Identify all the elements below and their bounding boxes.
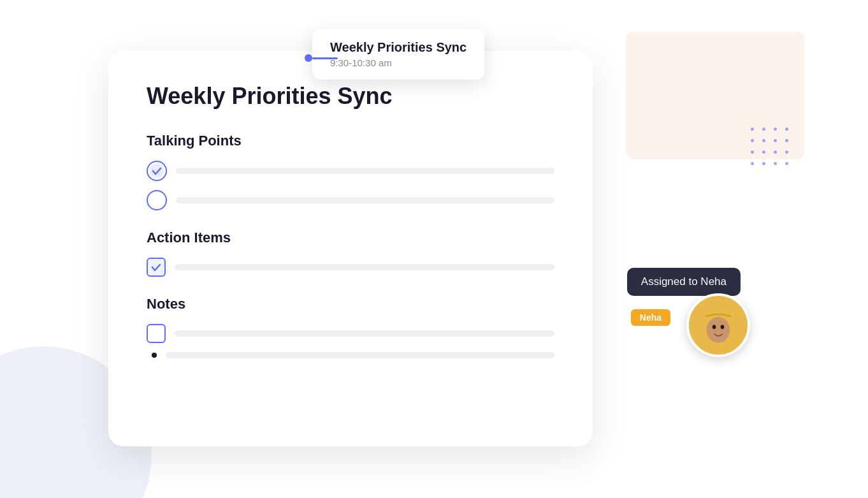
- notes-line-1: [175, 330, 554, 337]
- talking-point-line-2: [176, 197, 554, 203]
- talking-points-section: Talking Points: [147, 133, 554, 210]
- assigned-tooltip: Assigned to Neha: [627, 268, 741, 296]
- talking-point-item-1: [147, 161, 554, 181]
- timeline-line: [312, 57, 338, 59]
- neha-avatar: [686, 293, 750, 357]
- neha-badge: Neha: [631, 309, 670, 326]
- calendar-tooltip-time: 9:30-10:30 am: [330, 57, 467, 68]
- notes-heading: Notes: [147, 296, 554, 312]
- scene: Weekly Priorities Sync 9:30-10:30 am Wee…: [0, 0, 868, 498]
- calendar-tooltip: Weekly Priorities Sync 9:30-10:30 am: [312, 29, 484, 80]
- bullet-icon: [152, 353, 157, 358]
- action-items-section: Action Items: [147, 230, 554, 277]
- talking-point-item-2: [147, 190, 554, 210]
- unchecked-circle-icon[interactable]: [147, 190, 167, 210]
- notes-line-2: [166, 352, 554, 358]
- calendar-tooltip-title: Weekly Priorities Sync: [330, 40, 467, 55]
- action-item-1: [147, 258, 554, 277]
- action-items-heading: Action Items: [147, 230, 554, 246]
- notes-item-1: [147, 324, 554, 343]
- checked-circle-icon[interactable]: [147, 161, 167, 181]
- talking-points-heading: Talking Points: [147, 133, 554, 149]
- notes-section: Notes: [147, 296, 554, 358]
- svg-point-2: [147, 191, 166, 210]
- svg-point-7: [721, 325, 725, 329]
- talking-point-line-1: [176, 168, 554, 174]
- checked-square-icon[interactable]: [147, 258, 166, 277]
- main-card-title: Weekly Priorities Sync: [147, 83, 554, 110]
- notes-bullet-row: [152, 352, 554, 358]
- timeline-dot: [305, 54, 312, 62]
- main-card: Weekly Priorities Sync Talking Points: [108, 51, 593, 446]
- svg-point-6: [712, 325, 716, 329]
- square-outline-icon[interactable]: [147, 324, 166, 343]
- svg-point-1: [150, 164, 164, 178]
- action-item-line-1: [175, 264, 554, 270]
- svg-point-5: [707, 317, 730, 342]
- dot-grid: [751, 128, 792, 168]
